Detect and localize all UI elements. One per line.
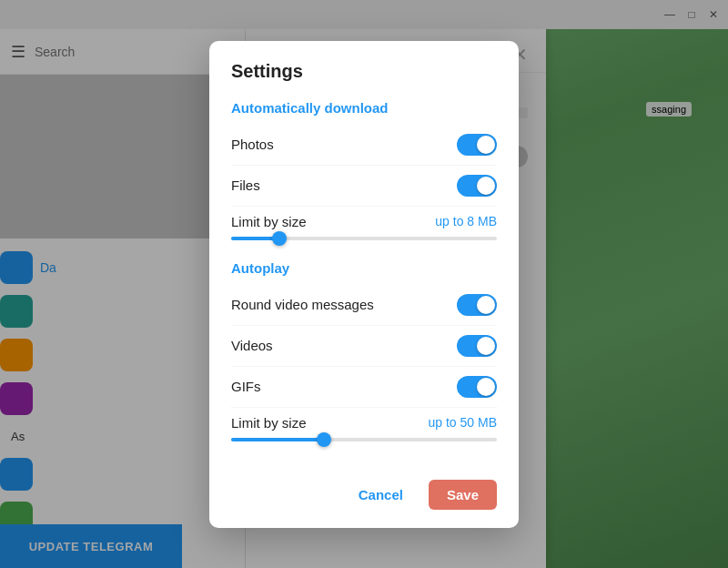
cancel-button[interactable]: Cancel — [348, 480, 414, 510]
files-toggle-row: Files — [231, 166, 497, 207]
files-label: Files — [231, 178, 260, 193]
limit-size-2-row: Limit by size up to 50 MB — [231, 408, 497, 454]
limit-size-2-value: up to 50 MB — [429, 415, 498, 430]
limit-size-2-fill — [231, 438, 324, 441]
limit-size-2-label: Limit by size — [231, 415, 307, 431]
modal-body: Automatically download Photos Files Limi… — [209, 100, 519, 469]
videos-toggle[interactable] — [457, 335, 497, 357]
modal-title: Settings — [231, 61, 303, 81]
gifs-label: GIFs — [231, 379, 261, 394]
videos-toggle-knob — [477, 337, 495, 355]
round-video-toggle[interactable] — [457, 294, 497, 316]
limit-size-1-header: Limit by size up to 8 MB — [231, 214, 497, 229]
limit-size-1-thumb[interactable] — [272, 231, 287, 246]
photos-toggle-knob — [477, 136, 495, 154]
round-video-toggle-row: Round video messages — [231, 285, 497, 326]
photos-toggle-row: Photos — [231, 125, 497, 166]
videos-toggle-row: Videos — [231, 326, 497, 367]
round-video-label: Round video messages — [231, 297, 374, 312]
auto-download-section-label: Automatically download — [231, 100, 497, 116]
files-toggle[interactable] — [457, 175, 497, 197]
modal-footer: Cancel Save — [209, 469, 519, 528]
gifs-toggle-row: GIFs — [231, 367, 497, 408]
autoplay-section-label: Autoplay — [231, 260, 497, 276]
save-button[interactable]: Save — [429, 480, 497, 510]
videos-label: Videos — [231, 338, 273, 353]
limit-size-1-row: Limit by size up to 8 MB — [231, 207, 497, 253]
limit-size-2-thumb[interactable] — [317, 432, 331, 447]
modal-overlay: Settings Automatically download Photos F… — [0, 0, 728, 568]
photos-label: Photos — [231, 137, 274, 152]
files-toggle-knob — [477, 177, 495, 195]
limit-size-1-track[interactable] — [231, 237, 497, 240]
gifs-toggle-knob — [477, 378, 495, 396]
limit-size-1-label: Limit by size — [231, 214, 307, 229]
limit-size-1-value: up to 8 MB — [435, 214, 497, 228]
settings-modal: Settings Automatically download Photos F… — [209, 41, 519, 528]
modal-header: Settings — [209, 41, 519, 93]
limit-size-2-header: Limit by size up to 50 MB — [231, 415, 497, 431]
photos-toggle[interactable] — [457, 134, 497, 156]
gifs-toggle[interactable] — [457, 376, 497, 398]
limit-size-2-track[interactable] — [231, 438, 497, 441]
round-video-toggle-knob — [477, 296, 495, 314]
